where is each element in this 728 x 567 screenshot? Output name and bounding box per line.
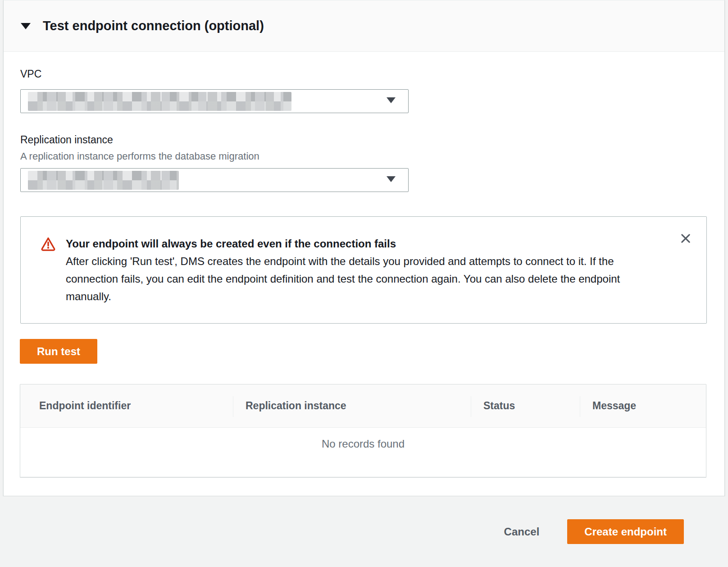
create-endpoint-button[interactable]: Create endpoint — [567, 519, 684, 544]
cancel-button[interactable]: Cancel — [504, 526, 540, 538]
run-test-button[interactable]: Run test — [20, 339, 97, 364]
warning-triangle-icon — [41, 236, 56, 251]
replication-instance-description: A replication instance performs the data… — [20, 151, 259, 162]
section-header-toggle[interactable]: Test endpoint connection (optional) — [4, 0, 724, 52]
close-icon[interactable] — [678, 230, 694, 247]
column-header-status: Status — [471, 384, 580, 427]
column-header-endpoint-identifier: Endpoint identifier — [20, 384, 233, 427]
column-header-replication-instance: Replication instance — [233, 384, 471, 427]
test-endpoint-panel: Test endpoint connection (optional) VPC … — [3, 0, 725, 496]
connection-results-table: Endpoint identifier Replication instance… — [20, 384, 706, 477]
caret-down-icon — [387, 97, 396, 103]
column-header-message: Message — [580, 384, 706, 427]
replication-instance-select[interactable] — [20, 168, 409, 192]
section-title: Test endpoint connection (optional) — [43, 18, 264, 33]
alert-title: Your endpoint will always be created eve… — [66, 235, 656, 252]
vpc-select[interactable] — [20, 89, 409, 113]
table-header-row: Endpoint identifier Replication instance… — [20, 384, 706, 428]
replication-instance-value-redacted — [28, 171, 179, 190]
caret-down-icon — [387, 176, 396, 182]
form-footer: Cancel Create endpoint — [0, 496, 728, 567]
warning-alert: Your endpoint will always be created eve… — [20, 216, 707, 324]
alert-body: After clicking 'Run test', DMS creates t… — [66, 252, 656, 305]
caret-down-icon — [21, 23, 31, 29]
table-empty-state: No records found — [20, 428, 706, 477]
vpc-select-value-redacted — [28, 92, 291, 111]
vpc-label: VPC — [20, 68, 41, 80]
replication-instance-label: Replication instance — [20, 134, 113, 146]
alert-text: Your endpoint will always be created eve… — [66, 235, 656, 323]
